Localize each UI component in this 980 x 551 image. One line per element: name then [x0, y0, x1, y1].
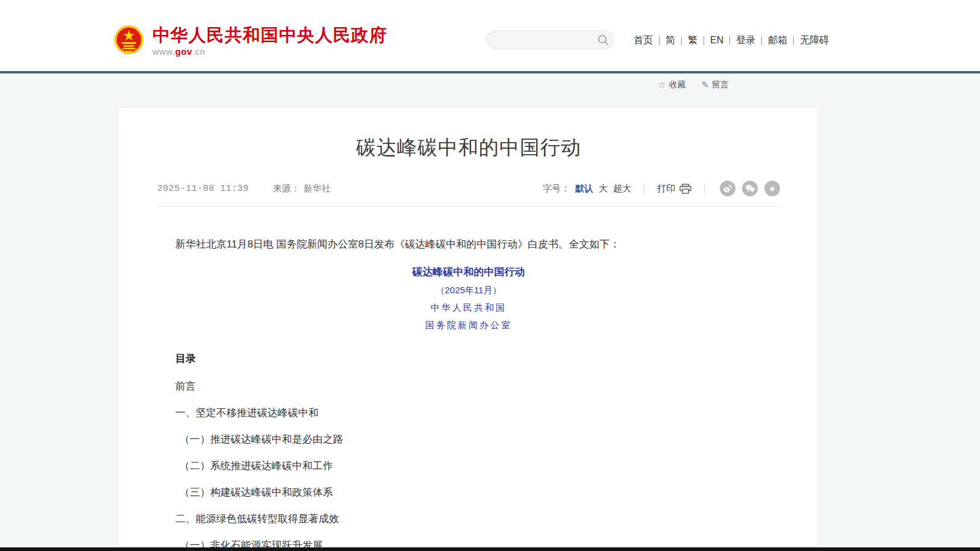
- article-source: 来源：新华社: [273, 183, 331, 195]
- source-name: 新华社: [304, 183, 331, 193]
- source-label: 来源：: [273, 183, 300, 193]
- toc-item-preface: 前言: [175, 381, 762, 392]
- nav-home[interactable]: 首页: [628, 34, 659, 47]
- national-emblem-icon: [113, 24, 145, 57]
- article-body: 新华社北京11月8日电 国务院新闻办公室8日发布《碳达峰碳中和的中国行动》白皮书…: [119, 237, 819, 551]
- article-meta-bar: 2025-11-08 11:39 来源：新华社 字号： 默认 大 超大 打印: [157, 181, 780, 207]
- print-label: 打印: [657, 183, 675, 195]
- star-outline-icon: ☆: [658, 81, 666, 89]
- site-url: www.gov.cn: [152, 46, 387, 57]
- weibo-share-button[interactable]: [720, 181, 735, 196]
- favorite-label: 收藏: [669, 79, 685, 90]
- lead-paragraph: 新华社北京11月8日电 国务院新闻办公室8日发布《碳达峰碳中和的中国行动》白皮书…: [175, 237, 762, 252]
- nav-english[interactable]: EN: [704, 35, 729, 46]
- site-title: 中华人民共和国中央人民政府: [152, 24, 387, 46]
- nav-accessibility[interactable]: 无障碍: [794, 34, 835, 47]
- print-button[interactable]: 打印: [657, 183, 691, 195]
- site-logo[interactable]: 中华人民共和国中央人民政府 www.gov.cn: [113, 24, 387, 57]
- search-box: [486, 30, 614, 49]
- meta-left: 2025-11-08 11:39 来源：新华社: [157, 183, 331, 195]
- url-cn: .cn: [192, 46, 205, 57]
- toc-item-1-3: （三）构建碳达峰碳中和政策体系: [175, 487, 762, 498]
- font-size-label: 字号：: [543, 183, 570, 195]
- document-org-office: 国务院新闻办公室: [175, 320, 762, 331]
- document-title: 碳达峰碳中和的中国行动: [175, 265, 762, 279]
- content-area: ☆ 收藏 ✎ 留言 碳达峰碳中和的中国行动 2025-11-08 11:39 来…: [0, 73, 980, 551]
- article-title: 碳达峰碳中和的中国行动: [119, 134, 819, 161]
- comment-label: 留言: [712, 79, 729, 90]
- nav-mail[interactable]: 邮箱: [762, 34, 793, 47]
- toc-item-1-2: （二）系统推进碳达峰碳中和工作: [175, 461, 762, 472]
- url-www: www.: [152, 46, 175, 57]
- search-button[interactable]: [593, 31, 613, 49]
- nav-traditional[interactable]: 繁: [682, 34, 704, 47]
- toc-heading: 目录: [175, 352, 762, 366]
- toc-item-2: 二、能源绿色低碳转型取得显著成效: [175, 514, 762, 525]
- document-date: （2025年11月）: [175, 285, 762, 296]
- font-size-xlarge-button[interactable]: 超大: [613, 183, 631, 195]
- star-share-icon: ★: [769, 185, 776, 193]
- wechat-share-button[interactable]: [742, 181, 758, 196]
- search-input[interactable]: [487, 35, 593, 45]
- nav-login[interactable]: 登录: [730, 34, 761, 47]
- toc-item-1: 一、坚定不移推进碳达峰碳中和: [175, 408, 762, 419]
- comment-button[interactable]: ✎ 留言: [701, 79, 729, 90]
- document-org-country: 中华人民共和国: [175, 302, 762, 314]
- pencil-icon: ✎: [701, 81, 709, 89]
- meta-divider: [644, 184, 644, 194]
- meta-divider: [704, 184, 705, 194]
- top-nav: 首页 简 繁 EN 登录 邮箱 无障碍: [628, 33, 835, 48]
- favorite-button[interactable]: ☆ 收藏: [658, 79, 685, 90]
- page-actions: ☆ 收藏 ✎ 留言: [658, 79, 729, 90]
- star-share-button[interactable]: ★: [764, 181, 780, 196]
- weibo-icon: [723, 184, 732, 193]
- printer-icon: [679, 184, 691, 194]
- font-size-large-button[interactable]: 大: [599, 183, 608, 195]
- nav-simplified[interactable]: 简: [660, 34, 681, 47]
- bottom-window-edge: [0, 547, 980, 551]
- site-text: 中华人民共和国中央人民政府 www.gov.cn: [152, 24, 387, 57]
- toc-item-1-1: （一）推进碳达峰碳中和是必由之路: [175, 434, 762, 445]
- url-gov: gov: [175, 46, 192, 57]
- article-date: 2025-11-08 11:39: [157, 184, 249, 194]
- meta-right: 字号： 默认 大 超大 打印: [543, 181, 780, 196]
- article-card: 碳达峰碳中和的中国行动 2025-11-08 11:39 来源：新华社 字号： …: [118, 107, 819, 551]
- font-size-default-button[interactable]: 默认: [575, 183, 593, 195]
- site-header: 中华人民共和国中央人民政府 www.gov.cn 首页 简 繁 EN 登录: [0, 0, 980, 71]
- wechat-icon: [745, 184, 755, 193]
- share-buttons: ★: [720, 181, 780, 196]
- magnifier-icon: [598, 34, 609, 46]
